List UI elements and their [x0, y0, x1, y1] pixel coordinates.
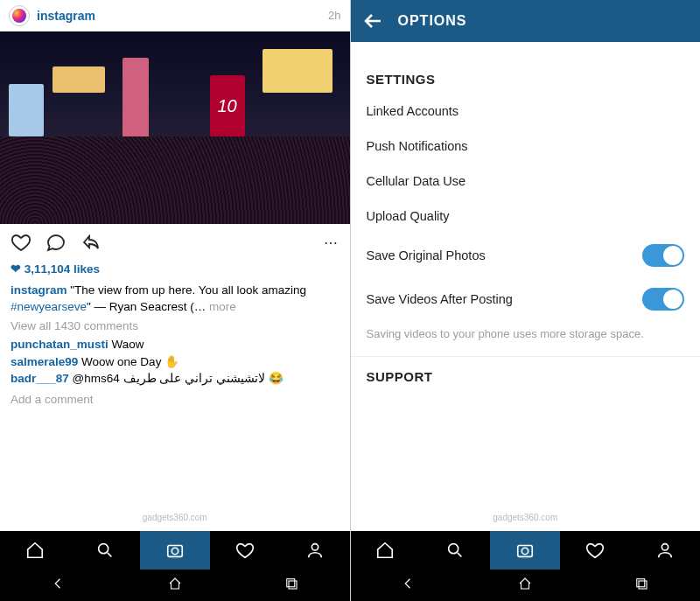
tab-home[interactable]	[351, 531, 421, 570]
tab-activity[interactable]	[210, 531, 280, 570]
tab-camera[interactable]	[490, 531, 560, 570]
row-save-videos: Save Videos After Posting	[351, 277, 701, 321]
svg-rect-11	[639, 581, 647, 589]
share-icon[interactable]	[80, 232, 102, 253]
comment-text: Waow	[108, 338, 144, 351]
tab-activity[interactable]	[560, 531, 630, 570]
nav-home-icon[interactable]	[167, 576, 183, 595]
comment-text: @hms64 لاتشيشني تراني على طريف 😂	[69, 372, 284, 385]
tab-profile[interactable]	[280, 531, 350, 570]
billboard-number: 10	[210, 75, 245, 136]
more-icon[interactable]: ⋯	[324, 234, 340, 251]
tab-camera[interactable]	[140, 531, 210, 570]
helper-text: Saving videos to your phone uses more st…	[351, 321, 701, 356]
post-time: 2h	[328, 9, 340, 22]
comment-user[interactable]: badr___87	[10, 372, 69, 385]
app-tabbar	[351, 531, 701, 570]
post-caption: instagram "The view from up here. You al…	[10, 282, 340, 316]
android-navbar	[0, 570, 350, 601]
caption-hashtag[interactable]: #newyearseve	[10, 300, 87, 313]
comment-icon[interactable]	[46, 232, 66, 253]
nav-home-icon[interactable]	[517, 576, 533, 595]
svg-point-3	[312, 544, 318, 550]
tab-search[interactable]	[70, 531, 140, 570]
row-linked-accounts[interactable]: Linked Accounts	[351, 94, 701, 129]
caption-more[interactable]: more	[206, 300, 236, 313]
caption-text-1: "The view from up here. You all look ama…	[70, 283, 306, 297]
row-upload-quality[interactable]: Upload Quality	[351, 199, 701, 234]
svg-point-8	[522, 548, 528, 554]
tab-profile[interactable]	[630, 531, 700, 570]
likes-count[interactable]: ❤ 3,11,104 likes	[10, 261, 340, 278]
svg-rect-4	[287, 579, 295, 587]
watermark: gadgets360.com	[493, 513, 557, 522]
svg-point-9	[662, 544, 668, 550]
svg-rect-5	[289, 581, 297, 589]
comment-row: salmerale99 Woow one Day ✋	[10, 353, 340, 371]
row-cellular-data[interactable]: Cellular Data Use	[351, 164, 701, 199]
comment-row: punchatan_musti Waow	[10, 336, 340, 353]
row-push-notifications[interactable]: Push Notifications	[351, 129, 701, 164]
tab-search[interactable]	[420, 531, 490, 570]
row-save-photos-label: Save Original Photos	[367, 248, 486, 262]
row-save-photos: Save Original Photos	[351, 234, 701, 277]
nav-back-icon[interactable]	[401, 576, 416, 595]
nav-recent-icon[interactable]	[634, 576, 649, 595]
row-save-videos-label: Save Videos After Posting	[367, 292, 513, 306]
action-bar: ⋯	[0, 224, 350, 261]
android-navbar	[351, 570, 701, 601]
svg-rect-10	[637, 579, 645, 587]
options-pane: OPTIONS SETTINGS Linked Accounts Push No…	[351, 0, 701, 601]
section-settings: SETTINGS	[351, 59, 701, 94]
options-topbar: OPTIONS	[351, 0, 701, 42]
section-support: SUPPORT	[351, 357, 701, 391]
svg-point-0	[99, 544, 108, 554]
nav-back-icon[interactable]	[51, 576, 66, 595]
options-title: OPTIONS	[398, 13, 467, 29]
app-tabbar	[0, 531, 350, 570]
nav-recent-icon[interactable]	[284, 576, 299, 595]
feed-pane: instagram 2h 10 ⋯ ❤ 3,11,104 likes insta…	[0, 0, 351, 601]
post-header: instagram 2h	[0, 0, 350, 31]
post-content: ❤ 3,11,104 likes instagram "The view fro…	[0, 261, 350, 416]
view-all-comments[interactable]: View all 1430 comments	[10, 318, 340, 335]
tab-home[interactable]	[0, 531, 70, 570]
add-comment[interactable]: Add a comment	[10, 391, 340, 409]
caption-user[interactable]: instagram	[10, 283, 67, 297]
comment-text: Woow one Day ✋	[78, 355, 179, 368]
toggle-save-videos[interactable]	[642, 288, 684, 311]
post-username[interactable]: instagram	[37, 9, 328, 23]
svg-point-2	[172, 548, 178, 554]
comment-user[interactable]: punchatan_musti	[10, 338, 108, 351]
svg-point-6	[449, 544, 458, 554]
post-image[interactable]: 10	[0, 31, 350, 224]
back-icon[interactable]	[363, 10, 384, 31]
toggle-save-photos[interactable]	[642, 244, 684, 267]
comment-user[interactable]: salmerale99	[10, 355, 78, 368]
watermark: gadgets360.com	[143, 513, 207, 522]
comment-row: badr___87 @hms64 لاتشيشني تراني على طريف…	[10, 370, 340, 388]
caption-text-2: " — Ryan Seacrest (…	[87, 300, 206, 313]
like-icon[interactable]	[10, 232, 32, 253]
avatar[interactable]	[9, 5, 30, 26]
